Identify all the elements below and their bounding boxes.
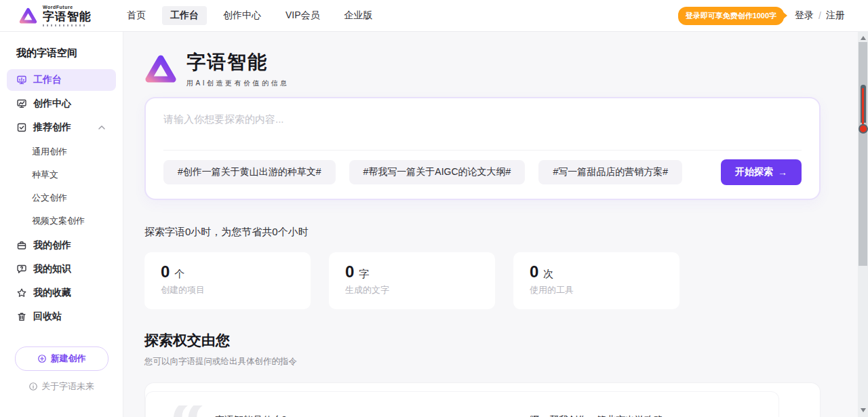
- stat-value: 0: [345, 262, 354, 281]
- brand-logo[interactable]: WordFuture 字语智能: [19, 5, 92, 26]
- stat-card-words: 0 字 生成的文字: [329, 252, 495, 309]
- start-explore-label: 开始探索: [735, 166, 773, 178]
- hero-logo: 字语智能 用AI创造更有价值的信息: [144, 49, 821, 88]
- stat-label: 创建的项目: [161, 284, 294, 296]
- main-content: 字语智能 用AI创造更有价值的信息 #创作一篇关于黄山出游的种草文# #帮我写一…: [123, 32, 868, 417]
- sidebar-item-recycle-bin[interactable]: 回收站: [7, 306, 116, 327]
- stat-card-tools: 0 次 使用的工具: [513, 252, 679, 309]
- sidebar-title: 我的字语空间: [0, 47, 123, 60]
- qa-example-card: 字语智能是什么? 嘿，帮我创作一篇北京出游攻略: [144, 382, 821, 417]
- scrollbar-down-arrow-icon[interactable]: [861, 408, 866, 412]
- nav-item-creation-center[interactable]: 创作中心: [215, 6, 269, 25]
- suggestion-chip-aigc[interactable]: #帮我写一篇关于AIGC的论文大纲#: [349, 160, 526, 184]
- explore-section-title: 探索权交由您: [144, 331, 821, 350]
- example-question[interactable]: 字语智能是什么?: [215, 405, 287, 417]
- sidebar-item-creation-center[interactable]: 创作中心: [7, 93, 116, 115]
- star-icon: [16, 287, 27, 298]
- sidebar-item-workbench[interactable]: 工作台: [7, 69, 116, 91]
- stats-summary: 探索字语0小时，为您节省共0个小时: [144, 226, 821, 239]
- suggestion-row: #创作一篇关于黄山出游的种草文# #帮我写一篇关于AIGC的论文大纲# #写一篇…: [163, 150, 802, 185]
- sidebar-item-my-knowledge[interactable]: 我的知识: [7, 258, 116, 280]
- about-label: 关于字语未来: [41, 380, 94, 393]
- new-creation-button[interactable]: 新建创作: [15, 346, 108, 371]
- page-scrollbar[interactable]: [858, 32, 868, 417]
- stat-unit: 字: [359, 268, 369, 281]
- sidebar-item-label: 工作台: [33, 74, 62, 86]
- nav-item-enterprise[interactable]: 企业版: [336, 6, 381, 25]
- promo-badge[interactable]: 登录即可享免费创作1000字: [678, 7, 784, 25]
- plus-circle-icon: [37, 354, 47, 363]
- briefcase-icon: [16, 240, 27, 251]
- sidebar-subitem-general[interactable]: 通用创作: [0, 140, 123, 163]
- new-creation-label: 新建创作: [51, 353, 86, 365]
- quote-icon: [169, 405, 205, 417]
- scrollbar-thumb[interactable]: [859, 42, 867, 266]
- stat-cards: 0 个 创建的项目 0 字 生成的文字 0 次: [144, 252, 821, 309]
- creation-center-icon: [16, 98, 27, 109]
- brand-triangle-icon: [19, 7, 37, 24]
- hero-brand-name: 字语智能: [186, 49, 289, 75]
- about-link[interactable]: 关于字语未来: [0, 380, 123, 393]
- knowledge-icon: [16, 264, 27, 275]
- sidebar-item-label: 我的创作: [33, 239, 71, 252]
- sidebar-subitem-video-copy[interactable]: 视频文案创作: [0, 210, 123, 233]
- stat-value: 0: [161, 262, 170, 281]
- sidebar-item-label: 我的知识: [33, 263, 71, 275]
- register-link[interactable]: 注册: [826, 9, 845, 22]
- top-navbar: WordFuture 字语智能 首页 工作台 创作中心 VIP会员 企业版 登录…: [0, 0, 868, 32]
- sidebar-item-my-creations[interactable]: 我的创作: [7, 235, 116, 256]
- stat-unit: 个: [174, 268, 184, 281]
- start-explore-button[interactable]: 开始探索 →: [721, 159, 802, 185]
- scrollbar-up-arrow-icon[interactable]: [861, 36, 866, 40]
- sidebar: 我的字语空间 工作台 创作中心 推荐创作: [0, 32, 123, 417]
- sidebar-item-label: 我的收藏: [33, 287, 71, 299]
- chevron-up-icon[interactable]: [98, 125, 105, 130]
- stat-label: 使用的工具: [530, 284, 663, 296]
- example-prompt[interactable]: 嘿，帮我创作一篇北京出游攻略: [530, 405, 663, 417]
- search-input[interactable]: [163, 113, 802, 147]
- arrow-right-icon: →: [778, 167, 787, 178]
- brand-slogan-dots: [43, 24, 87, 26]
- suggestion-chip-huangshan[interactable]: #创作一篇关于黄山出游的种草文#: [163, 160, 336, 184]
- recommend-icon: [16, 122, 27, 133]
- auth-separator: /: [818, 10, 821, 21]
- sidebar-item-label: 创作中心: [33, 98, 71, 110]
- brand-name-cn: 字语智能: [43, 11, 92, 22]
- qa-example-inner: 字语智能是什么? 嘿，帮我创作一篇北京出游攻略: [145, 391, 779, 417]
- thermometer-indicator-icon: [859, 85, 867, 134]
- search-card: #创作一篇关于黄山出游的种草文# #帮我写一篇关于AIGC的论文大纲# #写一篇…: [144, 97, 821, 200]
- top-nav-menu: 首页 工作台 创作中心 VIP会员 企业版: [119, 6, 381, 25]
- hero-triangle-icon: [144, 54, 177, 84]
- suggestion-chip-dessert[interactable]: #写一篇甜品店的营销方案#: [538, 160, 682, 184]
- sidebar-item-recommended[interactable]: 推荐创作: [7, 117, 116, 138]
- nav-item-vip[interactable]: VIP会员: [277, 6, 328, 25]
- stat-unit: 次: [543, 268, 553, 281]
- brand-name-en: WordFuture: [43, 5, 92, 9]
- stat-label: 生成的文字: [345, 284, 479, 296]
- nav-item-workbench[interactable]: 工作台: [162, 6, 207, 25]
- sidebar-subitem-official[interactable]: 公文创作: [0, 186, 123, 210]
- explore-section-subtitle: 您可以向字语提问或给出具体创作的指令: [144, 356, 821, 368]
- dashboard-icon: [16, 75, 27, 85]
- info-icon: [28, 382, 38, 391]
- sidebar-item-label: 回收站: [33, 311, 62, 323]
- hero-tagline: 用AI创造更有价值的信息: [186, 79, 289, 88]
- login-link[interactable]: 登录: [795, 9, 814, 22]
- trash-icon: [16, 311, 27, 322]
- sidebar-item-favorites[interactable]: 我的收藏: [7, 282, 116, 304]
- stat-value: 0: [530, 262, 538, 281]
- sidebar-subitem-seeding[interactable]: 种草文: [0, 163, 123, 186]
- sidebar-item-label: 推荐创作: [33, 121, 71, 134]
- nav-item-home[interactable]: 首页: [119, 6, 154, 25]
- stat-card-projects: 0 个 创建的项目: [144, 252, 311, 309]
